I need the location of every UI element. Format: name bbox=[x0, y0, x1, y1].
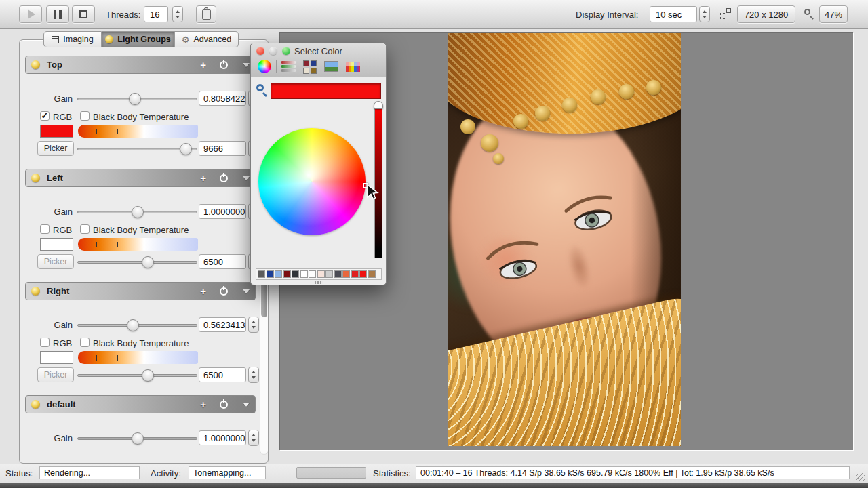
threads-stepper[interactable] bbox=[172, 6, 183, 22]
tab-imaging[interactable]: Imaging bbox=[43, 31, 102, 47]
blackbody-gradient-slider[interactable] bbox=[78, 125, 198, 138]
loupe-icon[interactable] bbox=[256, 84, 268, 96]
image-palette-mode-icon[interactable] bbox=[324, 61, 338, 72]
brightness-slider[interactable] bbox=[374, 104, 382, 258]
dialog-titlebar[interactable]: Select Color bbox=[251, 43, 386, 77]
picker-slider[interactable] bbox=[77, 374, 197, 377]
picker-slider-knob[interactable] bbox=[180, 143, 192, 155]
color-sliders-mode-icon[interactable] bbox=[281, 60, 296, 73]
gain-value-field[interactable]: 1.0000000 bbox=[199, 204, 246, 219]
chevron-down-icon[interactable] bbox=[243, 289, 250, 293]
picker-stepper[interactable] bbox=[248, 367, 259, 383]
add-icon[interactable]: + bbox=[200, 60, 206, 70]
picker-value-field[interactable]: 6500 bbox=[199, 254, 246, 269]
swatch[interactable] bbox=[258, 270, 265, 278]
chevron-down-icon[interactable] bbox=[243, 176, 250, 180]
swatch[interactable] bbox=[267, 270, 274, 278]
chevron-down-icon[interactable] bbox=[243, 63, 250, 67]
swatch[interactable] bbox=[317, 270, 325, 278]
bbt-checkbox[interactable] bbox=[80, 224, 90, 234]
gain-stepper[interactable] bbox=[248, 430, 259, 446]
gain-slider[interactable] bbox=[77, 437, 197, 440]
swatch[interactable] bbox=[359, 270, 367, 278]
tab-light-groups[interactable]: Light Groups bbox=[102, 31, 175, 47]
light-bulb-icon bbox=[31, 174, 40, 182]
gain-slider[interactable] bbox=[77, 98, 197, 100]
rgb-checkbox[interactable] bbox=[40, 224, 50, 234]
application-window: Threads: 16 Display Interval: 10 sec 720… bbox=[0, 0, 868, 488]
gain-stepper[interactable] bbox=[248, 317, 259, 333]
rgb-checkbox[interactable]: ✓ bbox=[40, 111, 50, 121]
swatch[interactable] bbox=[275, 270, 282, 278]
add-icon[interactable]: + bbox=[200, 399, 206, 409]
swatch[interactable] bbox=[326, 270, 333, 278]
bbt-checkbox[interactable] bbox=[80, 111, 90, 121]
power-icon[interactable] bbox=[220, 287, 228, 296]
picker-slider-knob[interactable] bbox=[142, 256, 154, 268]
group-header[interactable]: default + bbox=[25, 395, 256, 413]
swatch[interactable] bbox=[292, 270, 299, 278]
power-icon[interactable] bbox=[220, 61, 228, 69]
color-wheel-mode-icon[interactable] bbox=[258, 60, 271, 73]
crayons-mode-icon[interactable] bbox=[346, 62, 360, 72]
swatch[interactable] bbox=[334, 270, 342, 278]
color-palette-mode-icon[interactable] bbox=[303, 60, 317, 73]
group-header[interactable]: Top + bbox=[25, 56, 256, 74]
picker-button[interactable]: Picker bbox=[37, 141, 74, 156]
gain-value-field[interactable]: 1.0000000 bbox=[199, 430, 246, 445]
picker-value-field[interactable]: 6500 bbox=[199, 367, 246, 382]
group-header[interactable]: Left + bbox=[25, 169, 256, 187]
color-swatch[interactable] bbox=[40, 351, 73, 364]
add-icon[interactable]: + bbox=[200, 286, 206, 296]
gain-slider[interactable] bbox=[77, 324, 197, 327]
brightness-slider-knob[interactable] bbox=[374, 101, 383, 109]
display-interval-stepper[interactable] bbox=[699, 6, 710, 22]
display-interval-input[interactable]: 10 sec bbox=[650, 6, 697, 22]
resolution-button[interactable]: 488 x 868 bbox=[737, 5, 795, 23]
gain-value-field[interactable]: 0.8058422 bbox=[199, 91, 246, 106]
blackbody-gradient-slider[interactable] bbox=[78, 238, 198, 251]
zoom-level-button[interactable]: 47% bbox=[819, 5, 848, 23]
gain-slider-knob[interactable] bbox=[132, 206, 144, 218]
resize-icon[interactable] bbox=[720, 8, 731, 19]
current-color-well[interactable] bbox=[271, 83, 381, 99]
blackbody-gradient-slider[interactable] bbox=[78, 351, 198, 364]
threads-input[interactable]: 16 bbox=[144, 6, 168, 22]
gain-value-field[interactable]: 0.5623413 bbox=[199, 317, 246, 332]
group-title: Left bbox=[47, 173, 193, 183]
color-swatch[interactable] bbox=[40, 125, 73, 138]
bbt-checkbox[interactable] bbox=[80, 338, 90, 347]
stop-button[interactable] bbox=[72, 5, 95, 23]
rgb-checkbox[interactable] bbox=[40, 338, 50, 347]
swatch[interactable] bbox=[300, 270, 308, 278]
swatch-drawer-handle[interactable] bbox=[315, 281, 323, 284]
add-icon[interactable]: + bbox=[200, 173, 206, 183]
power-icon[interactable] bbox=[220, 174, 228, 182]
play-button[interactable] bbox=[19, 5, 42, 23]
picker-slider[interactable] bbox=[77, 148, 197, 150]
swatch[interactable] bbox=[342, 270, 350, 278]
swatch[interactable] bbox=[309, 270, 316, 278]
picker-button[interactable]: Picker bbox=[37, 254, 74, 269]
chevron-down-icon[interactable] bbox=[243, 403, 250, 407]
zoom-magnifier-icon[interactable] bbox=[804, 9, 814, 18]
gain-slider-knob[interactable] bbox=[129, 93, 141, 105]
color-wheel[interactable] bbox=[258, 128, 366, 235]
gain-slider-knob[interactable] bbox=[132, 432, 144, 445]
copy-button[interactable] bbox=[196, 5, 216, 23]
gain-slider[interactable] bbox=[77, 211, 197, 214]
power-icon[interactable] bbox=[220, 401, 228, 409]
gain-slider-knob[interactable] bbox=[127, 319, 139, 331]
pause-button[interactable] bbox=[46, 5, 69, 23]
swatch[interactable] bbox=[368, 270, 376, 278]
picker-button[interactable]: Picker bbox=[37, 367, 74, 382]
tab-advanced[interactable]: ⚙ Advanced bbox=[175, 31, 239, 47]
picker-value-field[interactable]: 9666 bbox=[199, 141, 246, 156]
swatch[interactable] bbox=[351, 270, 359, 278]
picker-slider[interactable] bbox=[77, 261, 197, 264]
group-header[interactable]: Right + bbox=[25, 282, 256, 300]
color-swatch[interactable] bbox=[40, 238, 73, 251]
picker-slider-knob[interactable] bbox=[142, 369, 154, 382]
window-resize-grip[interactable] bbox=[856, 473, 865, 481]
swatch[interactable] bbox=[283, 270, 291, 278]
